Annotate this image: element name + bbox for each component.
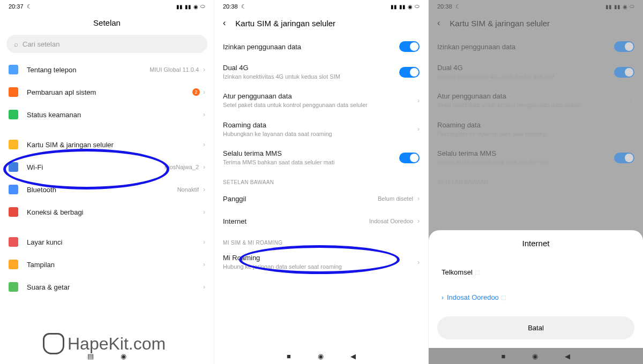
battery-icon: ⬭ — [200, 3, 205, 10]
signal-icon-2: ▮▮ — [399, 4, 406, 10]
row-label: Selalu terima MMS — [223, 149, 399, 157]
row-label: Status keamanan — [27, 111, 203, 119]
toggle-switch[interactable] — [399, 41, 420, 52]
nav-recents-icon[interactable]: ■ — [502, 352, 506, 360]
back-button[interactable]: ‹ — [437, 18, 440, 28]
chevron-right-icon: › — [417, 195, 420, 202]
signal-icon-2: ▮▮ — [614, 4, 620, 10]
notification-badge: 2 — [192, 88, 200, 96]
row-label: Internet — [223, 217, 369, 225]
option-label: Telkomsel — [442, 268, 473, 276]
sheet-title: Internet — [437, 239, 634, 248]
nav-recents-icon[interactable]: ■ — [287, 352, 291, 360]
battery-icon: ⬭ — [630, 3, 634, 10]
row-mi-roaming[interactable]: Mi Roaming Hubung ke jaringan data selul… — [214, 248, 428, 276]
row-label: Atur penggunaan data — [437, 92, 632, 100]
row-label: Wi-Fi — [27, 163, 165, 171]
chevron-right-icon: › — [203, 186, 205, 193]
row-label: Dual 4G — [437, 64, 614, 72]
row-default-call[interactable]: Panggil Belum disetel › — [214, 187, 428, 210]
sim-slot-badge: ⬚ — [475, 269, 480, 275]
selected-indicator-icon: › — [442, 294, 444, 301]
row-label: Panggil — [223, 195, 378, 203]
row-lock-screen[interactable]: Layar kunci › — [0, 231, 214, 253]
chevron-right-icon: › — [203, 88, 205, 96]
wifi-icon — [9, 162, 18, 172]
row-wifi[interactable]: Wi-Fi KiosNajwa_2 › — [0, 156, 214, 178]
row-display[interactable]: Tampilan › — [0, 253, 214, 276]
cancel-label: Batal — [528, 324, 544, 332]
status-bar: 20:38 ☾ ▮▮ ▮▮ ◉ ⬭ — [214, 0, 428, 13]
chevron-right-icon: › — [203, 66, 205, 73]
row-subtitle: Setel paket data untuk kontrol penggunaa… — [437, 101, 632, 109]
wifi-icon: ◉ — [193, 4, 198, 10]
android-nav-bar: ■ ◉ ◀ — [429, 348, 643, 364]
row-value: Nonaktif — [177, 186, 199, 193]
section-misim: MI SIM & MI ROAMING — [214, 232, 428, 248]
option-label: Indosat Ooredoo — [447, 293, 499, 301]
row-label: Atur penggunaan data — [223, 92, 417, 100]
row-dual-4g: Dual 4G Izinkan konektivitas 4G untuk ke… — [429, 58, 643, 86]
search-input[interactable]: ⌕ Cari setelan — [6, 35, 207, 53]
chevron-right-icon: › — [632, 97, 634, 104]
row-default-internet[interactable]: Internet Indosat Ooredoo › — [214, 210, 428, 232]
row-sim-network[interactable]: Kartu SIM & jaringan seluler › — [0, 133, 214, 156]
back-button[interactable]: ‹ — [223, 18, 226, 28]
row-label: Mi Roaming — [223, 254, 417, 262]
sheet-option-telkomsel[interactable]: Telkomsel ⬚ — [437, 260, 634, 285]
row-label: Layar kunci — [27, 238, 203, 246]
toggle-switch[interactable] — [399, 67, 420, 78]
toggle-switch[interactable] — [399, 153, 420, 163]
sim-slot-badge: ⬚ — [501, 294, 506, 300]
row-subtitle: Izinkan konektivitas 4G untuk kedua slot… — [223, 73, 399, 80]
row-allow-data: Izinkan penggunaan data — [429, 35, 643, 58]
sheet-option-indosat[interactable]: › Indosat Ooredoo ⬚ — [437, 285, 634, 310]
shield-icon — [9, 110, 18, 119]
signal-icon: ▮▮ — [176, 4, 183, 10]
row-always-mms: Selalu terima MMS Terima MMS bahkan saat… — [429, 143, 643, 172]
chevron-right-icon: › — [417, 97, 420, 104]
search-icon: ⌕ — [14, 40, 18, 48]
row-roaming-data[interactable]: Roaming data Hubungkan ke layanan data s… — [214, 115, 428, 143]
wifi-icon: ◉ — [623, 4, 627, 10]
cancel-button[interactable]: Batal — [437, 316, 634, 339]
chevron-right-icon: › — [203, 238, 205, 246]
row-label: Izinkan penggunaan data — [437, 43, 614, 51]
nav-home-icon[interactable]: ◉ — [318, 352, 324, 360]
status-time: 20:38 — [223, 3, 238, 10]
chevron-right-icon: › — [417, 259, 420, 266]
lock-icon — [9, 237, 18, 247]
row-label: Suara & getar — [27, 283, 203, 291]
row-connection-sharing[interactable]: Koneksi & berbagi › — [0, 201, 214, 223]
screenshot-1-settings: 20:37 ☾ ▮▮ ▮▮ ◉ ⬭ Setelan ⌕ Cari setelan… — [0, 0, 214, 364]
row-system-updates[interactable]: Pembaruan apl sistem 2 › — [0, 81, 214, 103]
nav-home-icon[interactable]: ◉ — [532, 352, 538, 360]
nav-home-icon[interactable]: ◉ — [121, 352, 126, 360]
battery-icon: ⬭ — [415, 3, 420, 10]
row-data-usage[interactable]: Atur penggunaan data Setel paket data un… — [214, 86, 428, 115]
row-value: KiosNajwa_2 — [165, 164, 199, 170]
page-title: Kartu SIM & jaringan seluler — [235, 19, 335, 28]
row-label: Roaming data — [223, 121, 417, 129]
row-about-phone[interactable]: Tentang telepon MIUI Global 11.0.4 › — [0, 58, 214, 81]
nav-back-icon[interactable]: ◀ — [350, 352, 356, 360]
toggle-switch — [614, 67, 634, 78]
chevron-right-icon: › — [203, 111, 205, 118]
row-dual-4g[interactable]: Dual 4G Izinkan konektivitas 4G untuk ke… — [214, 58, 428, 86]
settings-list: Tentang telepon MIUI Global 11.0.4 › Pem… — [0, 58, 214, 348]
chevron-right-icon: › — [632, 125, 634, 133]
status-time: 20:37 — [9, 3, 24, 10]
row-label: Selalu terima MMS — [437, 149, 614, 157]
row-always-mms[interactable]: Selalu terima MMS Terima MMS bahkan saat… — [214, 143, 428, 172]
row-value: Belum disetel — [378, 195, 413, 202]
row-subtitle: Setel paket data untuk kontrol penggunaa… — [223, 101, 417, 109]
row-allow-data[interactable]: Izinkan penggunaan data — [214, 35, 428, 58]
row-bluetooth[interactable]: Bluetooth Nonaktif › — [0, 178, 214, 201]
nav-recents-icon[interactable]: ▤ — [87, 352, 94, 360]
screenshot-2-sim-settings: 20:38 ☾ ▮▮ ▮▮ ◉ ⬭ ‹ Kartu SIM & jaringan… — [214, 0, 429, 364]
display-icon — [9, 260, 18, 269]
row-sound[interactable]: Suara & getar › — [0, 276, 214, 298]
nav-back-icon[interactable]: ◀ — [565, 352, 570, 360]
signal-icon-2: ▮▮ — [185, 4, 191, 10]
row-security-status[interactable]: Status keamanan › — [0, 103, 214, 126]
